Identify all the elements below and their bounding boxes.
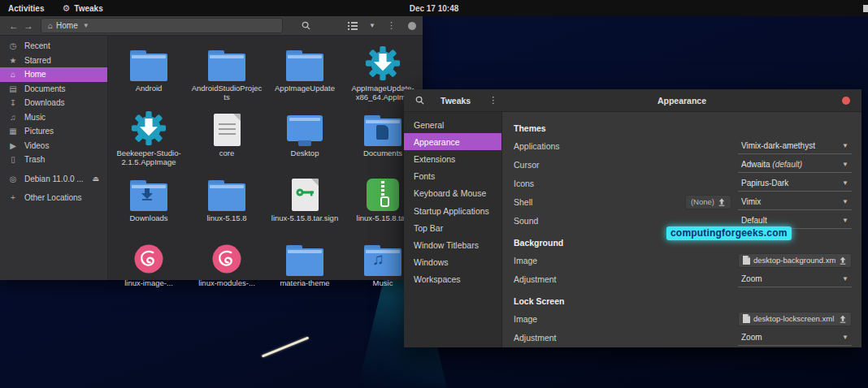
- setting-label: Image: [514, 314, 537, 324]
- sidebar-item-recent[interactable]: ◷Recent: [0, 39, 107, 54]
- selected-value: Zoom: [741, 274, 762, 283]
- settings-row: Shell(None)Vimix▼: [514, 192, 853, 211]
- chevron-down-icon: ▼: [842, 161, 848, 168]
- file-item[interactable]: linux-modules-...: [188, 239, 266, 288]
- file-item[interactable]: Beekeeper-Studio- 2.1.5.AppImage: [110, 109, 188, 174]
- settings-row: Imagedesktop-lockscreen.xml: [514, 309, 853, 328]
- file-item[interactable]: AppImageUpdate: [266, 44, 344, 109]
- selected-value: Default: [741, 216, 767, 225]
- adjustment-select[interactable]: Zoom▼: [738, 329, 852, 346]
- sidebar-item-downloads[interactable]: ↧Downloads: [0, 96, 107, 110]
- file-name: desktop-background.xml: [753, 256, 835, 265]
- files-grid: AndroidAndroidStudioProjec tsAppImageUpd…: [108, 36, 424, 288]
- shell-select[interactable]: Vimix▼: [738, 193, 852, 210]
- tweaks-sidebar-item-fonts[interactable]: Fonts: [404, 168, 501, 185]
- tweaks-sidebar-item-keyboard-mouse[interactable]: Keyboard & Mouse: [404, 185, 501, 202]
- chevron-down-icon: ▼: [842, 334, 848, 341]
- app-menu[interactable]: ⚙ Tweaks: [62, 3, 102, 14]
- tweaks-sidebar-item-startup-applications[interactable]: Startup Applications: [404, 202, 501, 219]
- setting-label: Adjustment: [514, 333, 557, 343]
- chevron-down-icon: ▼: [83, 22, 89, 29]
- menu-button[interactable]: ⋮: [488, 95, 497, 106]
- setting-label: Sound: [514, 216, 538, 226]
- settings-row: CursorAdwaita (default)▼: [514, 155, 853, 174]
- sidebar-item-music[interactable]: ♫Music: [0, 110, 107, 125]
- clock: Dec 17 10:48: [0, 4, 868, 13]
- forward-button[interactable]: →: [21, 20, 36, 32]
- tweaks-sidebar-item-top-bar[interactable]: Top Bar: [404, 219, 501, 236]
- section-heading: Themes: [514, 120, 853, 136]
- file-item[interactable]: linux-5.15.8.tar.sign: [266, 174, 344, 239]
- search-button[interactable]: [302, 21, 310, 30]
- file-item[interactable]: core: [188, 109, 266, 174]
- window-close-button[interactable]: [408, 22, 416, 30]
- signature-file-icon: [292, 179, 319, 211]
- view-toggle-button[interactable]: [348, 22, 358, 30]
- settings-row: AdjustmentZoom▼: [514, 328, 853, 347]
- sidebar-item-label: Trash: [24, 155, 45, 164]
- file-label: Beekeeper-Studio- 2.1.5.AppImage: [116, 149, 180, 166]
- view-options-button[interactable]: ▼: [369, 22, 375, 29]
- file-label: AppImageUpdate: [275, 84, 335, 93]
- eject-icon[interactable]: ⏏: [92, 175, 99, 183]
- path-bar[interactable]: ⌂ Home ▼: [41, 18, 283, 33]
- activities-button[interactable]: Activities: [8, 4, 44, 13]
- shell-user-theme-button[interactable]: (None): [685, 195, 731, 209]
- clock-button[interactable]: Dec 17 10:48: [410, 4, 459, 13]
- image-file-chooser[interactable]: desktop-background.xml: [738, 253, 852, 268]
- setting-label: Icons: [514, 179, 534, 188]
- file-item[interactable]: linux-5.15.8: [188, 174, 266, 239]
- trash-icon: ▯: [8, 155, 18, 164]
- music-icon: ♫: [8, 113, 18, 122]
- applications-select[interactable]: Vimix-dark-amethyst▼: [738, 137, 852, 154]
- clock-icon: ◷: [8, 41, 18, 50]
- back-button[interactable]: ←: [7, 20, 21, 32]
- file-item[interactable]: Android: [110, 44, 188, 109]
- disc-icon: ◎: [8, 175, 18, 183]
- sidebar-item-label: Documents: [24, 84, 66, 93]
- image-file-chooser[interactable]: desktop-lockscreen.xml: [738, 312, 852, 326]
- settings-row: Imagedesktop-background.xml: [514, 251, 853, 269]
- sidebar-item-videos[interactable]: ▶Videos: [0, 139, 107, 153]
- sidebar-item-home[interactable]: ⌂Home: [0, 67, 107, 82]
- watermark: computingforgeeks.com: [666, 226, 792, 240]
- tweaks-sidebar-item-general[interactable]: General: [404, 116, 501, 133]
- search-button[interactable]: [415, 96, 424, 105]
- cursor-select[interactable]: Adwaita (default)▼: [738, 156, 852, 173]
- chevron-down-icon: ▼: [842, 179, 848, 187]
- key-emblem-icon: [295, 187, 315, 198]
- chevron-down-icon: ▼: [842, 275, 848, 282]
- folder-icon: [286, 245, 323, 276]
- sidebar-item-starred[interactable]: ★Starred: [0, 54, 107, 68]
- setting-label: Adjustment: [514, 274, 557, 284]
- tweaks-app-icon: ⚙: [62, 3, 70, 14]
- section-heading: Lock Screen: [514, 293, 853, 309]
- tweaks-sidebar: GeneralAppearanceExtensionsFontsKeyboard…: [404, 112, 502, 347]
- tweaks-sidebar-item-appearance[interactable]: Appearance: [404, 133, 501, 150]
- tweaks-sidebar-item-workspaces[interactable]: Workspaces: [404, 271, 501, 288]
- file-item[interactable]: AndroidStudioProjec ts: [188, 44, 266, 109]
- folder-documents-icon: [364, 115, 401, 146]
- close-button[interactable]: [842, 97, 850, 105]
- sidebar-item-documents[interactable]: ▤Documents: [0, 82, 107, 97]
- tweaks-sidebar-item-windows[interactable]: Windows: [404, 254, 501, 271]
- file-item[interactable]: Desktop: [266, 109, 344, 174]
- sidebar-item-pictures[interactable]: ▦Pictures: [0, 124, 107, 139]
- sidebar-item-trash[interactable]: ▯Trash: [0, 153, 107, 167]
- file-item[interactable]: materia-theme: [266, 239, 344, 288]
- menu-button[interactable]: ⋮: [387, 20, 396, 31]
- star-icon: ★: [8, 56, 18, 65]
- file-item[interactable]: linux-image-...: [110, 239, 188, 288]
- sidebar-item-other-locations[interactable]: +Other Locations: [0, 191, 107, 205]
- tweaks-window: Tweaks ⋮ Appearance GeneralAppearanceExt…: [404, 89, 861, 347]
- file-icon: [743, 314, 750, 323]
- file-item[interactable]: Downloads: [110, 174, 188, 239]
- sidebar-item-debian-11-0-0-[interactable]: ◎Debian 11.0.0 ...⏏: [0, 172, 107, 187]
- tweaks-sidebar-item-extensions[interactable]: Extensions: [404, 150, 501, 167]
- adjustment-select[interactable]: Zoom▼: [738, 270, 852, 287]
- tweaks-sidebar-item-window-titlebars[interactable]: Window Titlebars: [404, 236, 501, 253]
- plus-icon: +: [8, 193, 18, 202]
- file-label: core: [219, 149, 234, 157]
- settings-row: IconsPapirus-Dark▼: [514, 174, 853, 192]
- icons-select[interactable]: Papirus-Dark▼: [738, 175, 852, 192]
